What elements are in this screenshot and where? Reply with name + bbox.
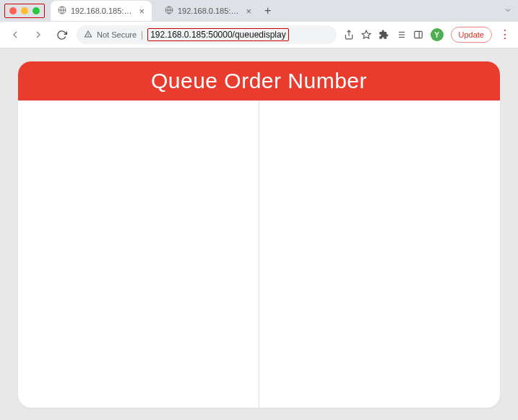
url-text: 192.168.0.185:50000/queuedisplay	[147, 28, 289, 41]
queue-heading: Queue Order Number	[18, 61, 500, 100]
panel-icon[interactable]	[413, 30, 423, 40]
reading-list-icon[interactable]	[396, 30, 406, 40]
browser-chrome: 192.168.0.185:50000/queuedi × 192.168.0.…	[0, 0, 518, 48]
toolbar-actions: Y Update ⋮	[344, 27, 511, 43]
bookmark-icon[interactable]	[361, 30, 371, 40]
close-tab-icon[interactable]: ×	[139, 7, 144, 16]
address-bar-row: Not Secure | 192.168.0.185:50000/queuedi…	[0, 22, 518, 48]
avatar-letter: Y	[434, 31, 439, 39]
globe-icon	[165, 6, 173, 16]
new-tab-button[interactable]: +	[259, 4, 277, 17]
tab-title: 192.168.0.185:50000/queuedi	[71, 7, 134, 15]
window-traffic-lights	[4, 4, 45, 18]
svg-marker-3	[362, 30, 371, 38]
not-secure-icon	[84, 30, 92, 40]
close-window-button[interactable]	[9, 7, 17, 14]
queue-column-right	[259, 100, 500, 408]
maximize-window-button[interactable]	[33, 7, 40, 14]
update-label: Update	[459, 30, 484, 39]
close-tab-icon[interactable]: ×	[246, 7, 251, 16]
page-content: Queue Order Number	[0, 48, 518, 420]
tab-inactive[interactable]: 192.168.0.185:50000/queueca ×	[157, 1, 259, 21]
reload-button[interactable]	[53, 30, 69, 40]
not-secure-label: Not Secure	[97, 30, 137, 39]
tabs-dropdown-icon[interactable]	[504, 5, 512, 17]
queue-column-left	[18, 100, 259, 408]
tab-bar: 192.168.0.185:50000/queuedi × 192.168.0.…	[0, 0, 518, 22]
queue-heading-text: Queue Order Number	[151, 69, 367, 93]
svg-rect-10	[414, 31, 422, 38]
extensions-icon[interactable]	[379, 30, 389, 40]
globe-icon	[58, 6, 66, 16]
address-input[interactable]: Not Secure | 192.168.0.185:50000/queuedi…	[77, 25, 337, 44]
share-icon[interactable]	[344, 30, 354, 40]
queue-card: Queue Order Number	[18, 61, 500, 408]
chrome-menu-icon[interactable]: ⋮	[499, 29, 511, 40]
tab-title: 192.168.0.185:50000/queueca	[178, 7, 241, 15]
forward-button[interactable]	[30, 29, 46, 40]
tab-active[interactable]: 192.168.0.185:50000/queuedi ×	[51, 1, 152, 21]
minimize-window-button[interactable]	[21, 7, 28, 14]
update-button[interactable]: Update	[451, 27, 492, 43]
back-button[interactable]	[7, 29, 23, 40]
profile-avatar[interactable]: Y	[431, 28, 444, 41]
queue-body	[18, 100, 500, 408]
